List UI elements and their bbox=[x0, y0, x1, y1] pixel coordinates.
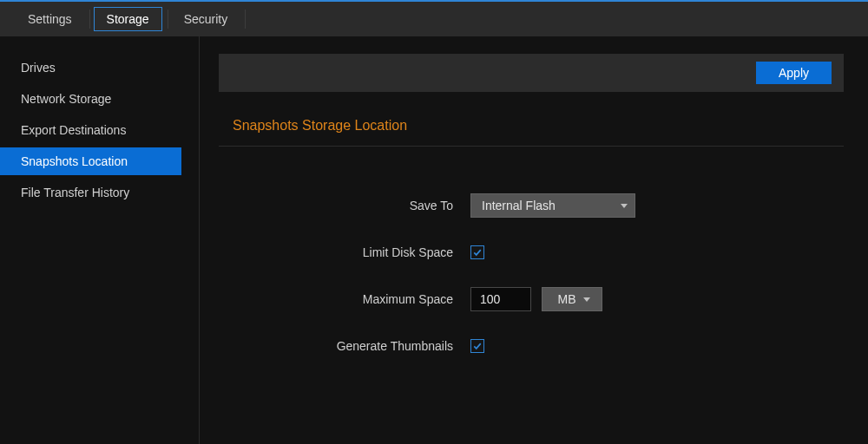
check-icon bbox=[473, 342, 482, 350]
dropdown-space-unit[interactable]: MB bbox=[542, 287, 602, 311]
sidebar-item-network-storage[interactable]: Network Storage bbox=[0, 85, 181, 113]
action-bar: Apply bbox=[219, 54, 844, 92]
checkbox-generate-thumbnails[interactable] bbox=[470, 339, 484, 353]
row-limit-disk-space: Limit Disk Space bbox=[219, 245, 844, 259]
sidebar-item-drives[interactable]: Drives bbox=[0, 54, 181, 82]
dropdown-save-to-value: Internal Flash bbox=[482, 199, 556, 212]
row-generate-thumbnails: Generate Thumbnails bbox=[219, 339, 844, 353]
apply-button[interactable]: Apply bbox=[756, 62, 832, 84]
sidebar-item-file-transfer-history[interactable]: File Transfer History bbox=[0, 179, 181, 206]
dropdown-space-unit-value: MB bbox=[558, 292, 576, 306]
input-maximum-space[interactable] bbox=[470, 287, 531, 311]
tab-divider bbox=[89, 10, 90, 29]
tab-settings[interactable]: Settings bbox=[16, 8, 84, 30]
row-save-to: Save To Internal Flash bbox=[219, 193, 844, 218]
sidebar: Drives Network Storage Export Destinatio… bbox=[0, 36, 200, 444]
label-maximum-space: Maximum Space bbox=[219, 292, 470, 306]
dropdown-save-to[interactable]: Internal Flash bbox=[470, 193, 635, 218]
page-body: Drives Network Storage Export Destinatio… bbox=[0, 36, 868, 444]
tab-storage[interactable]: Storage bbox=[94, 7, 162, 31]
tab-divider bbox=[245, 10, 246, 29]
chevron-down-icon bbox=[621, 204, 628, 208]
tab-bar: Settings Storage Security bbox=[0, 2, 868, 36]
check-icon bbox=[473, 248, 482, 257]
main-panel: Apply Snapshots Storage Location Save To… bbox=[200, 36, 868, 444]
settings-form: Save To Internal Flash Limit Disk Space bbox=[219, 193, 844, 353]
sidebar-item-snapshots-location[interactable]: Snapshots Location bbox=[0, 147, 181, 175]
label-save-to: Save To bbox=[219, 199, 470, 212]
chevron-down-icon bbox=[583, 297, 590, 302]
sidebar-item-export-destinations[interactable]: Export Destinations bbox=[0, 116, 181, 144]
label-limit-disk-space: Limit Disk Space bbox=[219, 245, 470, 259]
tab-divider bbox=[168, 10, 168, 29]
tab-security[interactable]: Security bbox=[172, 8, 240, 30]
section-title: Snapshots Storage Location bbox=[233, 118, 844, 134]
row-maximum-space: Maximum Space MB bbox=[219, 287, 844, 311]
section-divider bbox=[219, 146, 844, 147]
label-generate-thumbnails: Generate Thumbnails bbox=[219, 339, 470, 353]
checkbox-limit-disk-space[interactable] bbox=[470, 245, 484, 259]
